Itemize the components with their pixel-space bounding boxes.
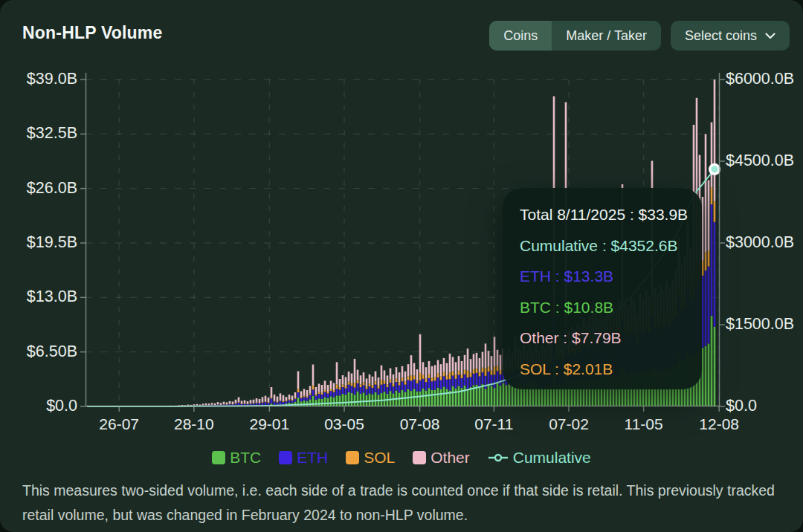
bar-segment <box>375 381 377 384</box>
y-axis-label-left: $26.0B <box>3 179 77 198</box>
bar-segment <box>297 389 300 392</box>
bar-segment <box>205 403 207 405</box>
bar-segment <box>369 383 371 386</box>
bar-segment <box>286 400 288 401</box>
bar-segment <box>431 390 433 406</box>
bar-segment <box>354 383 356 387</box>
bar-segment <box>381 366 383 380</box>
bar-segment <box>232 401 234 403</box>
legend-item-other[interactable]: Other <box>413 449 470 467</box>
bar-segment <box>458 375 460 386</box>
x-axis-label: 29-01 <box>250 415 290 433</box>
bar-segment <box>345 377 347 386</box>
bar-segment <box>256 403 258 403</box>
bar-segment <box>372 377 374 386</box>
bar-segment <box>702 261 704 276</box>
bar-segment <box>265 401 267 402</box>
bar-segment <box>336 389 338 395</box>
x-axis-label: 07-02 <box>549 415 589 433</box>
bar-segment <box>369 394 371 406</box>
bar-segment <box>324 398 326 406</box>
bar-segment <box>306 398 309 401</box>
bar-segment <box>467 389 469 406</box>
bar-segment <box>473 369 475 374</box>
bar-segment <box>404 372 407 382</box>
tooltip-row: Other : $7.79B <box>520 327 694 349</box>
bar-segment <box>485 343 487 368</box>
bar-segment <box>274 395 276 401</box>
legend-swatch <box>413 451 426 464</box>
bar-segment <box>491 356 493 371</box>
bar-segment <box>291 400 294 403</box>
bar-segment <box>470 373 472 377</box>
bar-segment <box>512 385 514 406</box>
bar-segment <box>250 400 252 403</box>
bar-segment <box>410 375 413 380</box>
bar-segment <box>259 399 261 403</box>
bar-segment <box>300 397 303 398</box>
bar-segment <box>455 362 457 374</box>
bar-segment <box>348 385 350 392</box>
legend-item-eth[interactable]: ETH <box>279 449 328 467</box>
bar-segment <box>223 402 225 404</box>
bar-segment <box>452 386 454 406</box>
bar-segment <box>378 377 380 386</box>
tab-maker-taker[interactable]: Maker / Taker <box>552 21 661 51</box>
y-axis-label-right: $1500.0B <box>726 315 794 334</box>
legend-item-sol[interactable]: SOL <box>346 449 395 467</box>
bar-segment <box>360 375 362 384</box>
bar-segment <box>470 359 472 373</box>
bar-segment <box>315 400 317 406</box>
bar-segment <box>277 402 279 405</box>
tab-coins[interactable]: Coins <box>489 21 552 51</box>
bar-segment <box>345 389 347 395</box>
bar-segment <box>303 396 306 398</box>
bar-segment <box>387 384 389 387</box>
bar-segment <box>396 382 398 390</box>
footnote: This measures two-sided volume, i.e. eac… <box>22 479 775 527</box>
bar-segment <box>422 375 425 379</box>
bar-segment <box>333 392 335 398</box>
bar-segment <box>443 372 445 377</box>
bar-segment <box>354 359 356 383</box>
bar-segment <box>491 386 493 406</box>
bar-segment <box>443 358 445 372</box>
select-coins-label: Select coins <box>685 27 757 45</box>
bar-segment <box>494 374 496 388</box>
bar-segment <box>318 398 320 406</box>
bar-segment <box>705 134 707 252</box>
y-axis-label-left: $13.0B <box>3 288 77 306</box>
bar-segment <box>339 389 341 395</box>
bar-segment <box>327 398 329 406</box>
tooltip-row: Cumulative : $4352.6B <box>520 235 694 257</box>
bar-segment <box>309 394 312 395</box>
bar-segment <box>428 374 430 378</box>
bar-segment <box>217 402 219 404</box>
bar-segment <box>419 392 422 406</box>
bar-segment <box>366 389 368 395</box>
bar-segment <box>348 382 350 385</box>
bar-segment <box>345 395 347 406</box>
bar-segment <box>393 386 395 393</box>
bar-segment <box>327 392 329 393</box>
legend-label: Cumulative <box>513 449 591 467</box>
bar-segment <box>280 400 282 401</box>
bar-segment <box>708 267 710 344</box>
non-hlp-volume-card: Non-HLP Volume Coins Maker / Taker Selec… <box>0 0 803 532</box>
bar-segment <box>238 398 240 403</box>
bar-segment <box>449 354 451 372</box>
bar-segment <box>286 401 288 403</box>
select-coins-dropdown[interactable]: Select coins <box>671 21 790 51</box>
legend-item-cumulative[interactable]: Cumulative <box>488 449 591 467</box>
bar-segment <box>342 384 344 387</box>
bar-segment <box>497 350 499 366</box>
bar-segment <box>226 402 228 404</box>
chart-tooltip: Total 8/11/2025 : $33.9BCumulative : $43… <box>503 188 702 389</box>
bar-segment <box>214 403 216 405</box>
legend-label: SOL <box>364 449 395 467</box>
legend-item-btc[interactable]: BTC <box>212 449 261 467</box>
bar-segment <box>416 369 419 380</box>
bar-segment <box>351 374 353 383</box>
bar-segment <box>416 392 419 406</box>
bar-segment <box>711 316 713 406</box>
